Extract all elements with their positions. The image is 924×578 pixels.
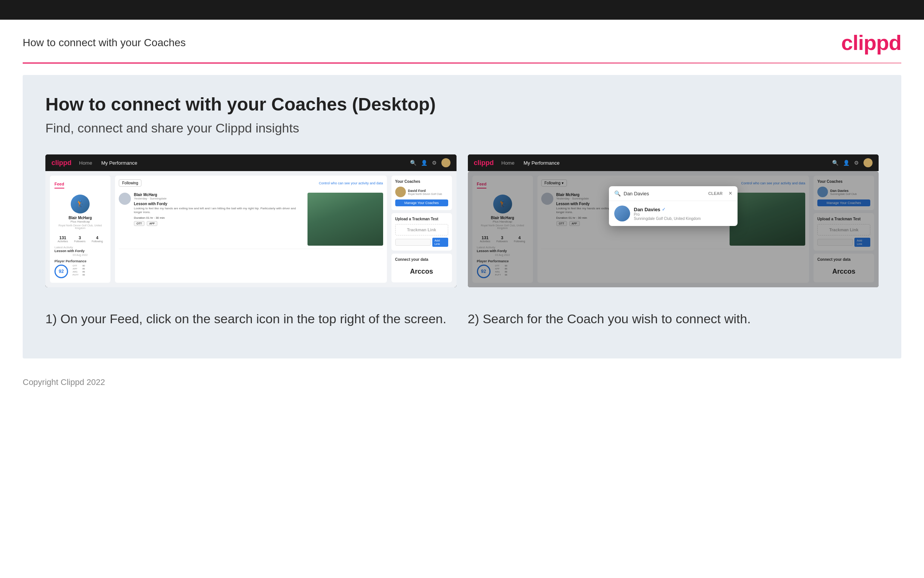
mock-logo-2: clippd xyxy=(474,159,494,167)
search-icon-1[interactable]: 🔍 xyxy=(410,160,416,166)
post-1: Blair McHarg Yesterday · Sunningdale Les… xyxy=(119,190,383,249)
screenshot-2: clippd Home My Performance 🔍 👤 ⚙ xyxy=(468,154,879,287)
mock-logo-1: clippd xyxy=(52,159,71,167)
search-overlay: 🔍 CLEAR × Dan Davies ✓ xyxy=(609,186,738,226)
post-btns-1: OTT APP xyxy=(134,221,304,226)
mock-middle-panel-1: Following Control who can see your activ… xyxy=(115,175,387,283)
trackman-input-1[interactable] xyxy=(395,239,431,246)
user-avatar-1: 🏌️ xyxy=(71,195,90,213)
perf-title-1: Player Performance xyxy=(55,259,106,263)
settings-icon-2[interactable]: ⚙ xyxy=(854,160,859,166)
mock-body-1: Feed 🏌️ Blair McHarg Plus Handicap Royal… xyxy=(45,171,456,287)
stat-activities-1: 131 Activities xyxy=(58,235,68,243)
post-image-1 xyxy=(307,193,383,246)
search-input[interactable] xyxy=(624,191,706,196)
mock-nav-home-1: Home xyxy=(79,160,92,166)
coach-name-1: David Ford xyxy=(408,189,442,193)
coach-row-1: David Ford Royal North Devon Golf Club xyxy=(395,187,448,197)
trackman-input-row-1: Add Link xyxy=(395,238,448,247)
result-club: Sunningdale Golf Club, United Kingdom xyxy=(634,216,701,221)
user-name-1: Blair McHarg xyxy=(68,216,92,220)
post-sub-1: Yesterday · Sunningdale xyxy=(134,197,304,200)
step1-text: 1) On your Feed, click on the search ico… xyxy=(45,310,456,328)
performance-bars-1: OTT90 APP85 ARG86 PUTT96 xyxy=(73,265,85,277)
following-button-1[interactable]: Following xyxy=(119,179,141,187)
user-icon-1[interactable]: 👤 xyxy=(421,160,427,166)
result-info: Dan Davies ✓ Pro Sunningdale Golf Club, … xyxy=(634,207,701,221)
mock-nav-1: clippd Home My Performance 🔍 👤 ⚙ xyxy=(45,154,456,171)
mock-left-panel-1: Feed 🏌️ Blair McHarg Plus Handicap Royal… xyxy=(50,175,110,283)
post-content-1: Blair McHarg Yesterday · Sunningdale Les… xyxy=(134,193,304,246)
mock-nav-right-1: 🔍 👤 ⚙ xyxy=(410,158,450,167)
activities-label-1: Activities xyxy=(58,240,68,243)
following-count-1: 4 xyxy=(92,235,103,240)
trackman-placeholder-1: Trackman Link xyxy=(395,224,448,235)
btn-app-1[interactable]: APP xyxy=(147,221,157,226)
search-bar: 🔍 CLEAR × xyxy=(609,186,738,201)
latest-activity-1: Latest Activity Lesson with Fordy 03 Aug… xyxy=(55,246,106,256)
post-text-1: Looking to feel like my hands are exitin… xyxy=(134,207,304,214)
btn-ott-1[interactable]: OTT xyxy=(134,221,144,226)
result-avatar xyxy=(614,206,630,221)
mock-nav-links-2: Home My Performance xyxy=(502,160,560,166)
activity-label-1: Latest Activity xyxy=(55,246,106,249)
description-1: 1) On your Feed, click on the search ico… xyxy=(45,302,456,336)
copyright-text: Copyright Clippd 2022 xyxy=(23,377,105,387)
content-title: How to connect with your Coaches (Deskto… xyxy=(45,94,879,115)
coaches-panel-1: Your Coaches David Ford Royal North Devo… xyxy=(392,175,452,210)
mock-ui-2: clippd Home My Performance 🔍 👤 ⚙ xyxy=(468,154,879,287)
screenshots-row: clippd Home My Performance 🔍 👤 ⚙ xyxy=(45,154,879,287)
header-divider xyxy=(23,62,901,63)
header: How to connect with your Coaches clippd xyxy=(0,19,924,62)
mock-right-panel-1: Your Coaches David Ford Royal North Devo… xyxy=(392,175,452,283)
followers-count-1: 3 xyxy=(74,235,86,240)
stat-followers-1: 3 Followers xyxy=(74,235,86,243)
stat-following-1: 4 Following xyxy=(92,235,103,243)
settings-icon-1[interactable]: ⚙ xyxy=(432,160,437,166)
avatar-1[interactable] xyxy=(442,158,450,167)
manage-coaches-btn-1[interactable]: Manage Your Coaches xyxy=(395,200,448,206)
following-row-1: Following Control who can see your activ… xyxy=(119,179,383,187)
search-icon-overlay: 🔍 xyxy=(614,190,621,196)
user-icon-2[interactable]: 👤 xyxy=(843,160,850,166)
user-profile-1: 🏌️ Blair McHarg Plus Handicap Royal Nort… xyxy=(55,192,106,232)
coaches-title-1: Your Coaches xyxy=(395,179,448,183)
feed-label-1: Feed xyxy=(55,182,64,188)
duration-label-1: Duration xyxy=(134,216,145,219)
screenshot-1: clippd Home My Performance 🔍 👤 ⚙ xyxy=(45,154,456,287)
descriptions-row: 1) On your Feed, click on the search ico… xyxy=(45,302,879,336)
control-link-1[interactable]: Control who can see your activity and da… xyxy=(319,181,383,185)
mock-nav-home-2: Home xyxy=(502,160,515,166)
followers-label-1: Followers xyxy=(74,240,86,243)
connect-panel-1: Connect your data Arccos xyxy=(392,253,452,283)
mock-body-2: Feed 🏌️ Blair McHarg Plus Handicap Royal… xyxy=(468,171,879,287)
description-2: 2) Search for the Coach you wish to conn… xyxy=(468,302,879,336)
trackman-panel-1: Upload a Trackman Test Trackman Link Add… xyxy=(392,213,452,250)
arccos-label-1: Arccos xyxy=(395,265,448,279)
user-stats-1: 131 Activities 3 Followers 4 Following xyxy=(55,235,106,243)
player-performance-1: Player Performance 92 OTT90 APP85 ARG86 … xyxy=(55,259,106,278)
activities-count-1: 131 xyxy=(58,235,68,240)
main-content: How to connect with your Coaches (Deskto… xyxy=(23,75,901,359)
coach-club-1: Royal North Devon Golf Club xyxy=(408,193,442,195)
mock-nav-links-1: Home My Performance xyxy=(79,160,137,166)
trackman-title-1: Upload a Trackman Test xyxy=(395,217,448,221)
add-link-btn-1[interactable]: Add Link xyxy=(432,238,448,247)
avatar-2[interactable] xyxy=(864,158,872,167)
post-title-1: Lesson with Fordy xyxy=(134,202,304,206)
search-clear-btn[interactable]: CLEAR xyxy=(709,191,723,196)
user-location-1: Royal North Devon Golf Club, United King… xyxy=(55,224,106,229)
activity-value-1: Lesson with Fordy xyxy=(55,249,106,253)
duration-value-1: 01 hr : 30 min xyxy=(146,216,165,219)
mock-nav-performance-1: My Performance xyxy=(101,160,137,166)
post-avatar-1 xyxy=(119,193,131,205)
mock-ui-1: clippd Home My Performance 🔍 👤 ⚙ xyxy=(45,154,456,287)
result-name-row: Dan Davies ✓ xyxy=(634,207,701,212)
search-icon-2[interactable]: 🔍 xyxy=(832,160,838,166)
post-duration-1: Duration 01 hr : 30 min xyxy=(134,216,304,219)
content-subtitle: Find, connect and share your Clippd insi… xyxy=(45,121,879,135)
search-result-item[interactable]: Dan Davies ✓ Pro Sunningdale Golf Club, … xyxy=(609,201,738,226)
search-close-btn[interactable]: × xyxy=(728,190,732,197)
clippd-logo: clippd xyxy=(841,30,901,55)
mock-nav-performance-2: My Performance xyxy=(523,160,559,166)
